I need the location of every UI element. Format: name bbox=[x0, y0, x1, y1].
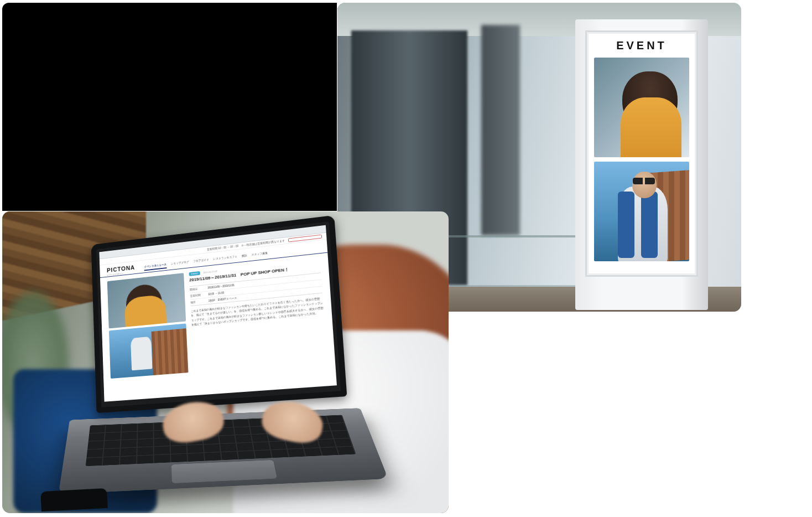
laptop-photo-card: 営業時間 10：00 ～ 20：00 ※一部店舗は営業時間が異なります PICT… bbox=[2, 211, 449, 513]
row-key: 営業時間 bbox=[190, 293, 208, 298]
article-image-woman bbox=[107, 273, 186, 328]
article-images bbox=[107, 273, 189, 397]
nav-item-restaurant[interactable]: レストラン＆カフェ bbox=[213, 255, 237, 263]
nav-item-facility[interactable]: 施設 bbox=[242, 254, 247, 260]
category-badge: EVENT bbox=[189, 271, 201, 276]
nav-item-staff[interactable]: スタッフ募集 bbox=[251, 251, 268, 259]
nav-item-floor[interactable]: フロアガイド bbox=[193, 258, 209, 266]
article-content: EVENT 2019.10.23 UP 2019/11/09～2019/11/3… bbox=[189, 258, 329, 391]
laptop-lid: 営業時間 10：00 ～ 20：00 ※一部店舗は営業時間が異なります PICT… bbox=[91, 215, 347, 413]
nav-item-events[interactable]: イベント&ニュース bbox=[144, 262, 167, 271]
nav-item-blog[interactable]: ショップブログ bbox=[171, 260, 189, 268]
article-body: EVENT 2019.10.23 UP 2019/11/09～2019/11/3… bbox=[100, 253, 337, 402]
row-key: 開催日 bbox=[190, 287, 208, 291]
sweater-badge: M bbox=[642, 130, 652, 139]
row-key: 場所 bbox=[190, 300, 209, 304]
kiosk-image-woman: M bbox=[594, 58, 690, 157]
kiosk-image-man bbox=[594, 162, 690, 261]
digital-signage-kiosk: EVENT M bbox=[575, 19, 708, 310]
kiosk-title: EVENT bbox=[616, 39, 667, 52]
article-image-man bbox=[109, 323, 189, 379]
laptop-screen: 営業時間 10：00 ～ 20：00 ※一部店舗は営業時間が異なります PICT… bbox=[99, 225, 337, 402]
sunglasses-icon bbox=[633, 178, 655, 184]
phone bbox=[40, 488, 108, 511]
kiosk-screen: EVENT M bbox=[585, 30, 698, 277]
post-date: 2019.10.23 UP bbox=[203, 270, 217, 274]
laptop: 営業時間 10：00 ～ 20：00 ※一部店舗は営業時間が異なります PICT… bbox=[69, 228, 362, 499]
backdrop-block bbox=[2, 3, 337, 211]
pillar bbox=[481, 25, 520, 235]
laptop-trackpad bbox=[171, 460, 277, 483]
